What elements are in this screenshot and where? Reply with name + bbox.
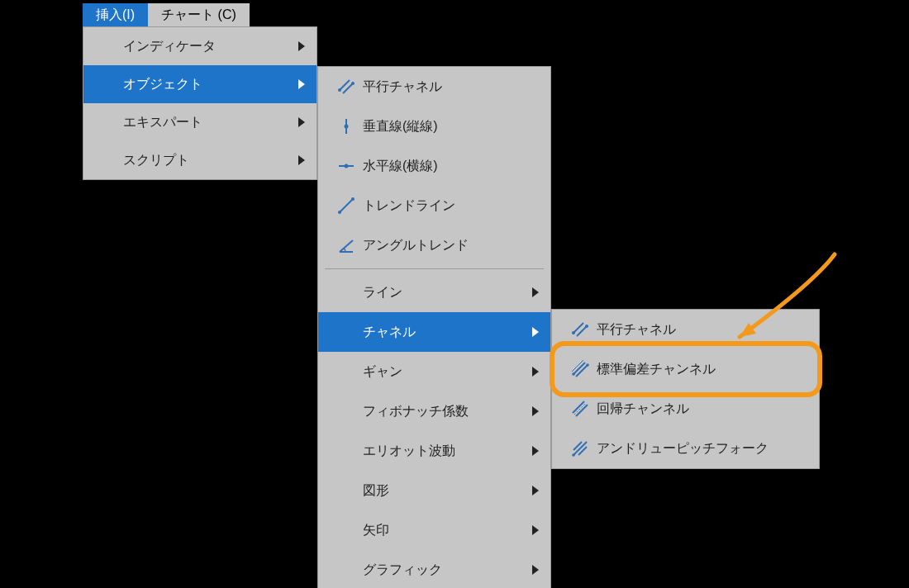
svg-point-5: [345, 125, 349, 129]
menu-item-gann[interactable]: ギャン: [318, 352, 550, 391]
menu-item-label: アンドリューピッチフォーク: [593, 440, 807, 458]
menu-item-label: トレンドライン: [359, 197, 539, 215]
chevron-right-icon: [529, 287, 539, 297]
svg-line-23: [576, 405, 588, 416]
svg-point-20: [572, 372, 575, 376]
svg-line-22: [573, 401, 584, 413]
chevron-right-icon: [529, 446, 539, 456]
chevron-right-icon: [529, 406, 539, 416]
menubar: 挿入(I) チャート (C): [83, 3, 250, 28]
svg-point-7: [345, 164, 349, 168]
menu-item-angle-trend[interactable]: アングルトレンド: [318, 225, 550, 265]
menu-item-label: エキスパート: [120, 114, 295, 131]
menu-item-channels[interactable]: チャネル: [318, 312, 550, 352]
regression-channel-icon: [567, 400, 593, 418]
menu-item-lines[interactable]: ライン: [318, 273, 550, 312]
menu-item-arrows[interactable]: 矢印: [318, 510, 550, 550]
chevron-right-icon: [295, 155, 305, 165]
chevron-right-icon: [529, 486, 539, 496]
tab-label: チャート (C): [161, 7, 236, 21]
menu-item-label: 回帰チャンネル: [593, 401, 807, 418]
chevron-right-icon: [529, 565, 539, 575]
menu-item-horizontal-line[interactable]: 水平線(横線): [318, 146, 550, 186]
menu-item-label: 図形: [359, 482, 529, 500]
menu-item-fibonacci[interactable]: フィボナッチ係数: [318, 391, 550, 431]
menu-item-label: 平行チャネル: [359, 78, 539, 96]
pitchfork-icon: [567, 439, 593, 458]
menu-item-label: 矢印: [359, 522, 529, 539]
svg-point-28: [572, 453, 575, 457]
menu-item-label: ライン: [359, 284, 529, 301]
menu-item-scripts[interactable]: スクリプト: [83, 141, 316, 179]
menu-item-label: 水平線(横線): [359, 158, 539, 175]
stddev-channel-icon: [567, 360, 593, 378]
trend-line-icon: [333, 197, 359, 215]
menu-item-trend-line[interactable]: トレンドライン: [318, 186, 550, 225]
menu-item-label: オブジェクト: [120, 76, 295, 93]
menu-item-label: チャネル: [359, 324, 529, 341]
menu-item-label: 標準偏差チャンネル: [593, 361, 807, 378]
svg-line-11: [340, 240, 353, 252]
menu-item-experts[interactable]: エキスパート: [83, 103, 316, 141]
horizontal-line-icon: [333, 157, 359, 175]
chevron-right-icon: [529, 525, 539, 535]
menu-item-label: アングルトレンド: [359, 237, 539, 254]
menu-item-label: スクリプト: [120, 152, 295, 169]
svg-point-2: [338, 88, 341, 92]
menu-item-parallel-channel[interactable]: 平行チャネル: [318, 67, 550, 107]
menu-item-label: インディケータ: [120, 38, 295, 55]
menu-objects: 平行チャネル 垂直線(縦線) 水平線(横線) トレンドライン アングルトレンド …: [317, 66, 551, 588]
svg-point-15: [572, 331, 575, 334]
tab-label: 挿入(I): [96, 7, 135, 21]
svg-point-16: [585, 325, 588, 328]
menu-separator: [325, 268, 544, 269]
chevron-right-icon: [295, 117, 305, 127]
tab-chart[interactable]: チャート (C): [148, 3, 250, 28]
chevron-right-icon: [295, 41, 305, 51]
parallel-channel-icon: [567, 320, 593, 339]
chevron-right-icon: [529, 327, 539, 337]
parallel-channel-icon: [333, 78, 359, 96]
menu-item-label: フィボナッチ係数: [359, 403, 529, 420]
menu-item-regression-channel[interactable]: 回帰チャンネル: [552, 389, 819, 429]
tab-insert[interactable]: 挿入(I): [83, 3, 148, 28]
menu-channels: 平行チャネル 標準偏差チャンネル 回帰チャンネル アンドリューピッチフォーク: [551, 309, 820, 469]
svg-point-21: [586, 363, 589, 367]
menu-item-parallel-channel-c[interactable]: 平行チャネル: [552, 310, 819, 349]
menu-item-elliott[interactable]: エリオット波動: [318, 431, 550, 471]
svg-point-9: [338, 211, 341, 214]
menu-insert: インディケータ オブジェクト エキスパート スクリプト: [83, 26, 317, 180]
menu-item-label: エリオット波動: [359, 443, 529, 460]
svg-point-10: [351, 197, 355, 201]
menu-item-label: 垂直線(縦線): [359, 118, 539, 135]
menu-item-label: ギャン: [359, 363, 529, 381]
menu-item-label: 平行チャネル: [593, 321, 807, 339]
menu-item-label: グラフィック: [359, 562, 529, 579]
menu-item-stddev-channel[interactable]: 標準偏差チャンネル: [552, 349, 819, 389]
angle-trend-icon: [333, 236, 359, 254]
menu-item-pitchfork[interactable]: アンドリューピッチフォーク: [552, 429, 819, 468]
svg-point-3: [351, 82, 355, 85]
menu-item-shapes[interactable]: 図形: [318, 471, 550, 510]
svg-line-8: [340, 199, 353, 212]
menu-item-graphics[interactable]: グラフィック: [318, 550, 550, 588]
vertical-line-icon: [333, 117, 359, 135]
menu-item-vertical-line[interactable]: 垂直線(縦線): [318, 107, 550, 146]
menu-item-objects[interactable]: オブジェクト: [83, 65, 316, 103]
menu-item-indicators[interactable]: インディケータ: [83, 27, 316, 65]
chevron-right-icon: [529, 367, 539, 377]
chevron-right-icon: [295, 79, 305, 89]
